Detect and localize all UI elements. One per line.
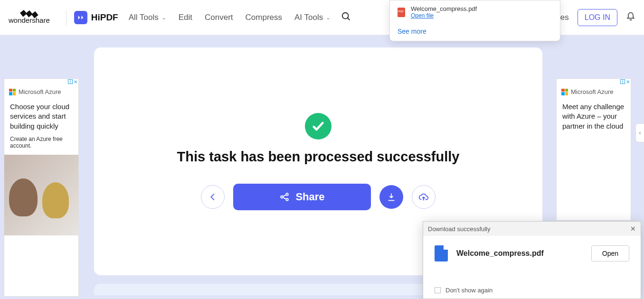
ad-close-icon[interactable]: ✕ <box>626 79 630 84</box>
nav-edit[interactable]: Edit <box>179 13 192 22</box>
wondershare-logo-icon: ◆◆◆ <box>20 9 38 17</box>
bell-icon <box>626 12 635 21</box>
chevron-left-icon <box>208 192 218 202</box>
nav-all-tools-label: All Tools <box>129 13 159 22</box>
download-panel-title: Download successfully <box>428 225 491 233</box>
result-title: This task has been processed successfull… <box>177 149 460 165</box>
ad-left[interactable]: i✕ Microsoft Azure Choose your cloud ser… <box>4 78 79 297</box>
browser-download-dropdown: Welcome_compress.pdf Open file See more <box>389 0 560 41</box>
login-button[interactable]: LOG IN <box>578 9 617 26</box>
chevron-down-icon: ⌄ <box>161 14 166 21</box>
svg-point-0 <box>342 12 349 19</box>
dont-show-label: Don't show again <box>445 287 492 294</box>
search-button[interactable] <box>341 11 351 24</box>
ad-controls: i✕ <box>557 79 631 84</box>
person-icon <box>42 182 69 218</box>
hipdf-logo-icon[interactable] <box>74 11 87 24</box>
download-panel-filename: Welcome_compress.pdf <box>456 249 544 258</box>
pdf-file-icon <box>398 8 405 17</box>
see-more-link[interactable]: See more <box>398 28 552 35</box>
cloud-upload-button[interactable] <box>412 185 436 209</box>
ad-right-brand-text: Microsoft Azure <box>571 88 614 95</box>
close-button[interactable]: ✕ <box>630 225 636 233</box>
cloud-upload-icon <box>418 192 429 202</box>
document-icon <box>435 245 448 262</box>
wondershare-brand[interactable]: ◆◆◆ wondershare <box>9 10 50 24</box>
back-button[interactable] <box>201 185 225 209</box>
ad-left-body: Choose your cloud services and start bui… <box>4 99 78 134</box>
notifications-button[interactable] <box>626 12 635 23</box>
search-icon <box>341 11 351 22</box>
share-button[interactable]: Share <box>233 184 371 210</box>
nav-convert[interactable]: Convert <box>205 13 233 22</box>
open-file-link[interactable]: Open file <box>411 12 477 19</box>
ad-left-sub: Create an Azure free account. <box>4 134 78 151</box>
ad-info-icon[interactable]: i <box>620 79 625 84</box>
download-icon <box>386 192 397 202</box>
download-panel-footer: Don't show again <box>435 287 492 294</box>
nav-compress[interactable]: Compress <box>246 13 282 22</box>
download-complete-panel: Download successfully ✕ Welcome_compress… <box>423 221 641 299</box>
ad-left-image <box>4 155 78 235</box>
success-icon <box>305 113 331 140</box>
ad-info-icon[interactable]: i <box>68 79 73 84</box>
svg-line-5 <box>283 195 286 196</box>
result-actions: Share <box>201 184 436 210</box>
dont-show-checkbox[interactable] <box>435 287 441 293</box>
download-button[interactable] <box>379 185 403 209</box>
chevron-down-icon: ⌄ <box>326 14 331 21</box>
ad-right-body: Meet any challenge with Azure – your par… <box>557 99 631 134</box>
download-panel-body: Welcome_compress.pdf Open <box>423 236 641 271</box>
nav-ai-tools-label: AI Tools <box>294 13 323 22</box>
ad-right[interactable]: i✕ Microsoft Azure Meet any challenge wi… <box>556 78 631 221</box>
download-filename: Welcome_compress.pdf <box>411 5 477 12</box>
nav-all-tools[interactable]: All Tools⌄ <box>129 13 166 22</box>
side-expand-tab[interactable]: ‹ <box>635 123 644 142</box>
microsoft-logo-icon <box>9 89 16 95</box>
open-button[interactable]: Open <box>591 245 629 262</box>
svg-line-1 <box>348 18 350 20</box>
download-item[interactable]: Welcome_compress.pdf Open file <box>398 5 552 19</box>
divider <box>66 9 66 26</box>
ad-close-icon[interactable]: ✕ <box>74 79 77 84</box>
ad-left-brand: Microsoft Azure <box>4 84 78 99</box>
ad-left-brand-text: Microsoft Azure <box>19 88 61 95</box>
person-icon <box>9 178 38 216</box>
share-icon <box>279 192 290 202</box>
hipdf-name[interactable]: HiPDF <box>91 12 118 23</box>
share-label: Share <box>295 191 324 203</box>
download-panel-header: Download successfully ✕ <box>423 222 641 236</box>
microsoft-logo-icon <box>561 89 568 95</box>
svg-line-6 <box>283 197 286 199</box>
ad-right-brand: Microsoft Azure <box>557 84 631 99</box>
ad-controls: i✕ <box>4 79 78 84</box>
nav-ai-tools[interactable]: AI Tools⌄ <box>294 13 331 22</box>
main-nav: All Tools⌄ Edit Convert Compress AI Tool… <box>129 13 331 22</box>
